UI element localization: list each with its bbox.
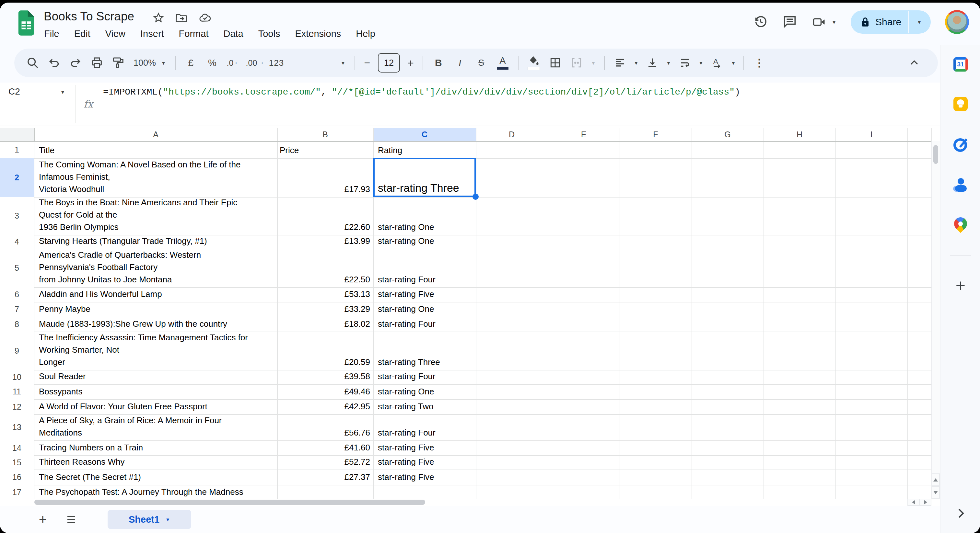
horizontal-align-button[interactable] (609, 52, 631, 73)
tasks-icon[interactable] (940, 137, 980, 152)
row-header-17[interactable]: 17 (0, 485, 34, 499)
cell-B7[interactable]: £33.29 (280, 302, 370, 317)
selected-cell-outline[interactable] (373, 158, 476, 197)
cell-C16[interactable]: star-rating Five (378, 470, 474, 485)
cell-B15[interactable]: £52.72 (280, 455, 370, 470)
cell-A2[interactable]: The Coming Woman: A Novel Based on the L… (39, 158, 275, 197)
menu-help[interactable]: Help (351, 27, 380, 41)
cell-B11[interactable]: £49.46 (280, 384, 370, 399)
version-history-icon[interactable] (753, 14, 768, 30)
row-header-16[interactable]: 16 (0, 470, 34, 485)
fill-color-button[interactable] (523, 52, 544, 73)
comments-icon[interactable] (782, 14, 797, 30)
horizontal-align-caret-icon[interactable]: ▼ (631, 52, 642, 73)
cell-C7[interactable]: star-rating One (378, 302, 474, 317)
vertical-scrollbar-thumb[interactable] (933, 145, 938, 164)
cell-B6[interactable]: £53.13 (280, 287, 370, 302)
decrease-font-size-button[interactable]: − (360, 52, 375, 73)
zoom-control[interactable]: 100% ▼ (129, 52, 170, 73)
name-box-caret-icon[interactable]: ▼ (60, 90, 65, 95)
strikethrough-button[interactable]: S (471, 52, 492, 73)
cell-A8[interactable]: Maude (1883-1993):She Grew Up with the c… (39, 317, 275, 332)
cell-A5[interactable]: America's Cradle of Quarterbacks: Wester… (39, 249, 275, 287)
undo-button[interactable] (43, 52, 65, 73)
row-header-6[interactable]: 6 (0, 287, 34, 302)
document-title[interactable]: Books To Scrape (44, 10, 134, 23)
star-icon[interactable] (152, 12, 165, 25)
column-header-partial[interactable] (907, 128, 931, 141)
cell-B14[interactable]: £41.60 (280, 440, 370, 455)
row-header-12[interactable]: 12 (0, 399, 34, 414)
get-addons-button[interactable]: + (940, 277, 980, 294)
number-format-button[interactable]: 123 (266, 52, 287, 73)
keep-icon[interactable] (940, 97, 980, 111)
cell-A13[interactable]: A Piece of Sky, a Grain of Rice: A Memoi… (39, 414, 275, 440)
cell-B5[interactable]: £22.50 (280, 249, 370, 287)
bold-button[interactable]: B (428, 52, 449, 73)
scroll-left-button[interactable] (907, 499, 920, 506)
scroll-right-button[interactable] (920, 499, 931, 506)
cell-A15[interactable]: Thirteen Reasons Why (39, 455, 275, 470)
cell-C11[interactable]: star-rating One (378, 384, 474, 399)
cell-B9[interactable]: £20.59 (280, 332, 370, 370)
column-header-C[interactable]: C (373, 128, 476, 141)
fill-handle[interactable] (473, 194, 479, 200)
cloud-saved-icon[interactable] (198, 12, 212, 25)
cell-B16[interactable]: £27.37 (280, 470, 370, 485)
cell-A3[interactable]: The Boys in the Boat: Nine Americans and… (39, 197, 275, 235)
row-header-10[interactable]: 10 (0, 370, 34, 384)
format-percent-button[interactable]: % (202, 52, 223, 73)
select-all-corner[interactable] (0, 128, 35, 142)
menu-tools[interactable]: Tools (253, 27, 285, 41)
row-header-7[interactable]: 7 (0, 302, 34, 317)
row-header-3[interactable]: 3 (0, 197, 34, 235)
column-header-F[interactable]: F (620, 128, 692, 141)
formula-input[interactable]: =IMPORTXML("https://books.toscrape.com/"… (103, 87, 740, 97)
cell-C3[interactable]: star-rating One (378, 197, 474, 235)
row-header-8[interactable]: 8 (0, 317, 34, 332)
cell-C9[interactable]: star-rating Three (378, 332, 474, 370)
sheet-tab-caret-icon[interactable]: ▼ (165, 517, 170, 522)
horizontal-scrollbar-thumb[interactable] (34, 500, 425, 505)
vertical-scrollbar[interactable] (931, 141, 940, 499)
text-wrap-button[interactable] (674, 52, 695, 73)
horizontal-scrollbar[interactable] (0, 499, 940, 506)
cell-C13[interactable]: star-rating Four (378, 414, 474, 440)
decrease-decimal-button[interactable]: .0← (223, 52, 244, 73)
cell-B2[interactable]: £17.93 (280, 158, 370, 197)
cell-B10[interactable]: £39.58 (280, 370, 370, 384)
cell-C10[interactable]: star-rating Four (378, 370, 474, 384)
video-call-caret-icon[interactable]: ▼ (832, 20, 837, 25)
column-header-E[interactable]: E (548, 128, 620, 141)
text-rotation-button[interactable]: A (706, 52, 728, 73)
cell-B8[interactable]: £18.02 (280, 317, 370, 332)
cell-A17[interactable]: The Psychopath Test: A Journey Through t… (39, 485, 275, 499)
add-sheet-button[interactable]: + (32, 509, 53, 530)
all-sheets-button[interactable] (61, 509, 82, 530)
row-header-2[interactable]: 2 (0, 158, 34, 197)
menu-insert[interactable]: Insert (135, 27, 169, 41)
cell-A9[interactable]: The Inefficiency Assassin: Time Manageme… (39, 332, 275, 370)
cell-A6[interactable]: Aladdin and His Wonderful Lamp (39, 287, 275, 302)
merge-caret-icon[interactable]: ▼ (587, 52, 600, 73)
google-sheets-logo-icon[interactable] (17, 10, 36, 37)
vertical-align-caret-icon[interactable]: ▼ (663, 52, 674, 73)
cell-C5[interactable]: star-rating Four (378, 249, 474, 287)
text-wrap-caret-icon[interactable]: ▼ (695, 52, 706, 73)
search-menus-icon[interactable] (22, 52, 43, 73)
cell-B3[interactable]: £22.60 (280, 197, 370, 235)
cell-C1[interactable]: Rating (378, 141, 474, 158)
row-header-14[interactable]: 14 (0, 440, 34, 455)
redo-button[interactable] (65, 52, 86, 73)
calendar-icon[interactable]: 31 (940, 57, 980, 71)
cell-A14[interactable]: Tracing Numbers on a Train (39, 440, 275, 455)
row-header-1[interactable]: 1 (0, 141, 34, 158)
menu-view[interactable]: View (100, 27, 130, 41)
cell-C6[interactable]: star-rating Five (378, 287, 474, 302)
menu-format[interactable]: Format (174, 27, 214, 41)
share-caret-icon[interactable]: ▼ (911, 20, 928, 25)
merge-cells-button[interactable] (566, 52, 587, 73)
sheet-tab-active[interactable]: Sheet1 ▼ (108, 510, 191, 529)
scroll-up-button[interactable] (932, 473, 940, 486)
format-currency-button[interactable]: £ (180, 52, 202, 73)
